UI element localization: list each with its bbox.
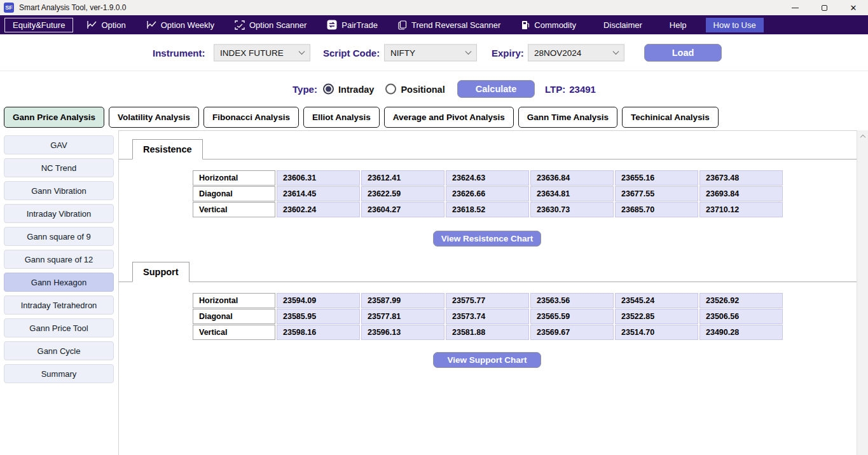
view-resistence-chart-button[interactable]: View Resistence Chart — [433, 231, 541, 247]
sidebar-item-nc-trend[interactable]: NC Trend — [4, 158, 114, 177]
expiry-label: Expiry: — [492, 47, 524, 58]
table-cell: 23575.77 — [446, 293, 529, 308]
menu-item-how-to-use[interactable]: How to Use — [706, 18, 764, 32]
menu-item-help[interactable]: Help — [663, 18, 694, 32]
table-cell: 23514.70 — [615, 325, 698, 340]
instrument-label: Instrument: — [153, 47, 205, 58]
tab-techinical-analysis[interactable]: Techinical Analysis — [622, 107, 719, 128]
row-label: Diagonal — [193, 309, 275, 324]
menu-item-option[interactable]: Option — [79, 18, 132, 32]
vertical-scrollbar[interactable] — [857, 130, 868, 455]
table-row: Diagonal 23614.45 23622.59 23626.66 2363… — [193, 186, 783, 201]
table-cell: 23602.24 — [277, 202, 360, 217]
minimize-button[interactable] — [780, 0, 809, 15]
sidebar-item-gann-square-of-12[interactable]: Gann square of 12 — [4, 250, 114, 269]
menu-label: Help — [670, 20, 687, 30]
table-cell: 23673.48 — [699, 170, 783, 186]
sidebar: GAV NC Trend Gann Vibration Intraday Vib… — [4, 135, 114, 387]
menu-item-commodity[interactable]: Commodity — [514, 18, 583, 32]
row-label: Horizontal — [193, 293, 275, 308]
table-cell: 23604.27 — [361, 202, 444, 217]
menu-item-pairtrade[interactable]: PairTrade — [320, 17, 385, 32]
calculate-button[interactable]: Calculate — [457, 80, 535, 98]
table-cell: 23612.41 — [361, 170, 444, 186]
table-cell: 23545.24 — [615, 293, 698, 308]
scroll-up-button[interactable] — [857, 130, 868, 142]
table-cell: 23618.52 — [446, 202, 529, 217]
menu-label: Disclaimer — [603, 20, 642, 30]
analysis-tab-bar: Gann Price Analysis Volatility Analysis … — [0, 107, 868, 130]
menu-item-trend-reversal-scanner[interactable]: Trend Reversal Scanner — [391, 18, 507, 32]
tab-volatility-analysis[interactable]: Volatility Analysis — [109, 107, 199, 128]
sidebar-item-gann-cycle[interactable]: Gann Cycle — [4, 341, 114, 360]
line-chart-icon — [146, 20, 156, 29]
tab-elliot-analysis[interactable]: Elliot Analysis — [303, 107, 380, 128]
row-label: Vertical — [193, 325, 275, 340]
expiry-dropdown[interactable]: 28NOV2024 — [528, 44, 624, 61]
table-cell: 23693.84 — [699, 186, 783, 201]
support-section-tab[interactable]: Support — [132, 262, 189, 282]
maximize-button[interactable] — [809, 0, 839, 15]
table-cell: 23563.56 — [530, 293, 614, 308]
script-code-label: Script Code: — [323, 47, 380, 58]
table-cell: 23685.70 — [615, 202, 698, 217]
tab-gann-price-analysis[interactable]: Gann Price Analysis — [4, 107, 104, 128]
tab-gann-time-analysis[interactable]: Gann Time Analysis — [518, 107, 617, 128]
chevron-down-icon — [465, 48, 472, 55]
radio-label: Positional — [401, 84, 444, 94]
document-icon — [398, 20, 407, 30]
sidebar-item-gann-hexagon[interactable]: Gann Hexagon — [4, 273, 114, 292]
table-cell: 23587.99 — [361, 293, 444, 308]
chevron-down-icon — [613, 48, 619, 55]
content-area: GAV NC Trend Gann Vibration Intraday Vib… — [0, 130, 868, 455]
scan-chart-icon — [235, 20, 245, 30]
table-row: Vertical 23598.16 23596.13 23581.88 2356… — [193, 325, 783, 340]
menu-item-option-scanner[interactable]: Option Scanner — [228, 18, 313, 32]
sidebar-item-intraday-tetrahedron[interactable]: Intraday Tetrahedron — [4, 295, 114, 315]
sidebar-item-summary[interactable]: Summary — [4, 364, 114, 383]
table-cell: 23606.31 — [277, 170, 360, 186]
row-label: Horizontal — [193, 170, 275, 186]
radio-intraday[interactable]: Intraday — [323, 84, 374, 95]
table-cell: 23622.59 — [361, 186, 444, 201]
menu-item-option-weekly[interactable]: Option Weekly — [139, 18, 221, 32]
type-row: Type: Intraday Positional Calculate LTP:… — [0, 71, 868, 107]
window-title: Smart Analysis Tool, ver-1.9.0.0 — [19, 3, 127, 12]
table-cell: 23596.13 — [361, 325, 444, 340]
sidebar-item-gann-price-tool[interactable]: Gann Price Tool — [4, 318, 114, 337]
gann-hexagon-panel: Resistence Horizontal 23606.31 23612.41 … — [118, 130, 857, 455]
menu-label: Equity&Future — [13, 20, 65, 30]
table-cell: 23526.92 — [699, 293, 783, 308]
table-cell: 23636.84 — [530, 170, 614, 186]
menu-label: Trend Reversal Scanner — [411, 20, 500, 30]
line-chart-icon — [86, 20, 97, 29]
sidebar-item-gann-square-of-9[interactable]: Gann square of 9 — [4, 227, 114, 246]
table-cell: 23569.67 — [530, 325, 614, 340]
sidebar-item-gann-vibration[interactable]: Gann Vibration — [4, 181, 114, 200]
tab-fibonacci-analysis[interactable]: Fibonacci Analysis — [203, 107, 299, 128]
row-label: Vertical — [193, 202, 275, 217]
menu-item-equity-future[interactable]: Equity&Future — [4, 18, 73, 32]
table-cell: 23677.55 — [615, 186, 698, 201]
menu-label: How to Use — [713, 20, 756, 30]
load-button[interactable]: Load — [644, 44, 722, 62]
radio-label: Intraday — [338, 84, 374, 94]
script-code-dropdown[interactable]: NIFTY — [384, 44, 477, 61]
table-cell: 23710.12 — [699, 202, 783, 217]
sidebar-item-intraday-vibration[interactable]: Intraday Vibration — [4, 204, 114, 223]
close-icon: ✕ — [850, 4, 857, 12]
table-cell: 23490.28 — [699, 325, 783, 340]
instrument-dropdown[interactable]: INDEX FUTURE — [214, 44, 310, 61]
close-button[interactable]: ✕ — [839, 0, 868, 15]
view-support-chart-button[interactable]: View Support Chart — [433, 352, 541, 368]
pair-swap-icon — [327, 20, 337, 30]
table-cell: 23634.81 — [530, 186, 614, 201]
sidebar-item-gav[interactable]: GAV — [4, 135, 114, 154]
resistence-section-tab[interactable]: Resistence — [132, 139, 203, 160]
tab-average-and-pivot-analysis[interactable]: Average and Pivot Analysis — [384, 107, 514, 128]
radio-positional[interactable]: Positional — [385, 84, 444, 95]
table-cell: 23522.85 — [615, 309, 698, 324]
chevron-down-icon — [299, 48, 305, 55]
table-cell: 23630.73 — [530, 202, 614, 217]
menu-item-disclaimer[interactable]: Disclaimer — [596, 18, 649, 32]
